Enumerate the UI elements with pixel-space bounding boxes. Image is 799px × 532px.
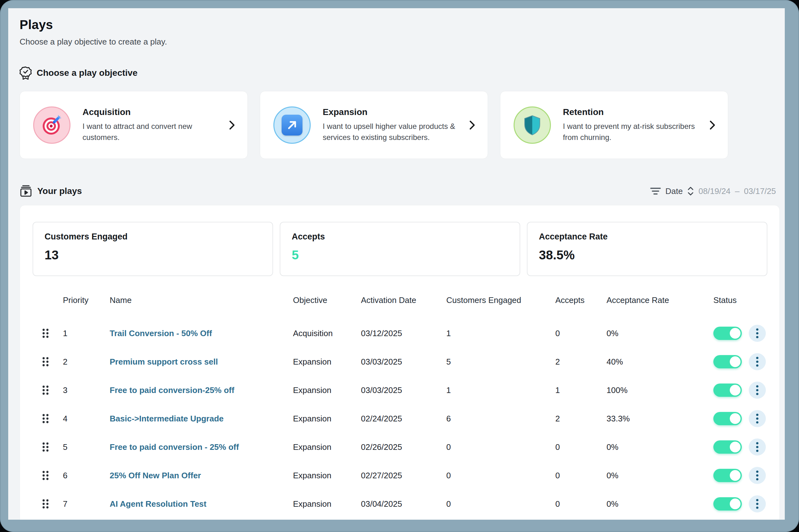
cell-activation-date: 03/12/2025: [361, 328, 446, 338]
table-header-row: Priority Name Objective Activation Date …: [33, 290, 767, 310]
cell-acceptance-rate: 0%: [607, 328, 699, 338]
drag-handle-icon[interactable]: [33, 327, 63, 339]
cell-objective: Acquisition: [293, 328, 361, 338]
page-subtitle: Choose a play objective to create a play…: [20, 37, 780, 47]
stat-value: 38.5%: [539, 248, 767, 262]
objective-cards: Acquisition I want to attract and conver…: [20, 91, 780, 159]
cell-status: [699, 382, 767, 399]
acquisition-card[interactable]: Acquisition I want to attract and conver…: [20, 91, 248, 159]
table-row: 3 Free to paid conversion-25% off Expans…: [33, 376, 767, 404]
cell-accepts: 0: [555, 442, 607, 452]
chevron-right-icon: [709, 120, 715, 130]
kebab-menu-icon[interactable]: [749, 410, 766, 427]
chevron-right-icon: [469, 120, 475, 130]
play-name-link[interactable]: Premium support cross sell: [110, 357, 293, 367]
play-name-link[interactable]: AI Agent Resolution Test: [110, 499, 293, 509]
date-filter[interactable]: Date 08/19/24 – 03/17/25: [650, 186, 780, 196]
cell-accepts: 1: [555, 385, 607, 395]
retention-card-title: Retention: [563, 107, 707, 117]
play-name-link[interactable]: Basic->Intermediate Upgrade: [110, 414, 293, 424]
status-toggle[interactable]: [713, 469, 742, 482]
status-toggle[interactable]: [713, 497, 742, 511]
cell-priority: 5: [63, 442, 110, 452]
drag-handle-icon[interactable]: [33, 498, 63, 510]
cell-accepts: 0: [555, 499, 607, 509]
cell-objective: Expansion: [293, 442, 361, 452]
cell-customers-engaged: 5: [446, 357, 555, 367]
page-title: Plays: [20, 18, 780, 32]
filter-lines-icon: [650, 187, 661, 195]
page-content: Plays Choose a play objective to create …: [8, 8, 785, 520]
choose-objective-heading: Choose a play objective: [20, 66, 780, 80]
drag-handle-icon[interactable]: [33, 384, 63, 396]
cell-acceptance-rate: 33.3%: [607, 414, 699, 424]
cell-activation-date: 02/26/2025: [361, 442, 446, 452]
header-priority: Priority: [63, 296, 110, 305]
status-toggle[interactable]: [713, 440, 742, 454]
plays-table: Priority Name Objective Activation Date …: [33, 290, 767, 518]
stat-value: 13: [44, 248, 273, 262]
kebab-menu-icon[interactable]: [749, 438, 766, 456]
retention-card-description: I want to prevent my at-risk subscribers…: [563, 121, 699, 143]
expansion-card-description: I want to upsell higher value products &…: [323, 121, 459, 143]
date-range-separator: –: [735, 186, 739, 196]
kebab-menu-icon[interactable]: [749, 353, 766, 370]
cell-acceptance-rate: 100%: [607, 385, 699, 395]
cell-acceptance-rate: 0%: [607, 471, 699, 480]
cell-acceptance-rate: 0%: [607, 442, 699, 452]
drag-handle-icon[interactable]: [33, 441, 63, 453]
choose-objective-heading-label: Choose a play objective: [37, 68, 137, 78]
kebab-menu-icon[interactable]: [749, 495, 766, 512]
status-toggle[interactable]: [713, 355, 742, 368]
cell-priority: 2: [63, 357, 110, 367]
kebab-menu-icon[interactable]: [749, 325, 766, 342]
header-accepts: Accepts: [555, 296, 607, 305]
drag-handle-icon[interactable]: [33, 356, 63, 368]
cell-activation-date: 02/24/2025: [361, 414, 446, 424]
toggle-knob: [730, 385, 741, 396]
header-customers-engaged: Customers Engaged: [446, 296, 555, 305]
date-filter-label: Date: [665, 186, 683, 196]
table-row: 2 Premium support cross sell Expansion 0…: [33, 347, 767, 376]
play-name-link[interactable]: 25% Off New Plan Offer: [110, 471, 293, 480]
play-name-link[interactable]: Free to paid conversion-25% off: [110, 385, 293, 395]
status-toggle[interactable]: [713, 327, 742, 340]
cell-priority: 1: [63, 328, 110, 338]
status-toggle[interactable]: [713, 383, 742, 397]
toggle-knob: [730, 498, 741, 509]
table-row: 1 Trail Conversion - 50% Off Acquisition…: [33, 319, 767, 347]
stat-cards: Customers Engaged 13 Accepts 5 Acceptanc…: [33, 222, 767, 276]
your-plays-heading-label: Your plays: [37, 186, 82, 196]
drag-handle-icon[interactable]: [33, 470, 63, 481]
expansion-card-title: Expansion: [323, 107, 467, 117]
play-name-link[interactable]: Trail Conversion - 50% Off: [110, 328, 293, 338]
play-name-link[interactable]: Free to paid conversion - 25% off: [110, 442, 293, 452]
cell-status: [699, 410, 767, 427]
your-plays-heading: Your plays: [20, 185, 82, 197]
cell-objective: Expansion: [293, 357, 361, 367]
cell-status: [699, 353, 767, 370]
shield-icon: [514, 107, 551, 144]
cell-customers-engaged: 0: [446, 471, 555, 480]
table-body: 1 Trail Conversion - 50% Off Acquisition…: [33, 319, 767, 518]
retention-card[interactable]: Retention I want to prevent my at-risk s…: [500, 91, 728, 159]
sort-chevrons-icon[interactable]: [687, 186, 694, 196]
window-frame: Plays Choose a play objective to create …: [0, 0, 799, 532]
cell-accepts: 2: [555, 414, 607, 424]
target-dart-icon: [33, 107, 71, 144]
header-acceptance-rate: Acceptance Rate: [607, 296, 699, 305]
expansion-card[interactable]: Expansion I want to upsell higher value …: [260, 91, 488, 159]
cell-status: [699, 325, 767, 342]
toggle-knob: [730, 442, 741, 452]
award-icon: [20, 66, 32, 80]
drag-handle-icon[interactable]: [33, 413, 63, 424]
stat-label: Acceptance Rate: [539, 232, 767, 242]
toggle-knob: [730, 413, 741, 424]
kebab-menu-icon[interactable]: [749, 467, 766, 484]
kebab-menu-icon[interactable]: [749, 382, 766, 399]
acquisition-card-title: Acquisition: [82, 107, 227, 117]
cell-customers-engaged: 1: [446, 328, 555, 338]
status-toggle[interactable]: [713, 412, 742, 425]
header-status: Status: [699, 296, 767, 305]
cell-status: [699, 438, 767, 456]
